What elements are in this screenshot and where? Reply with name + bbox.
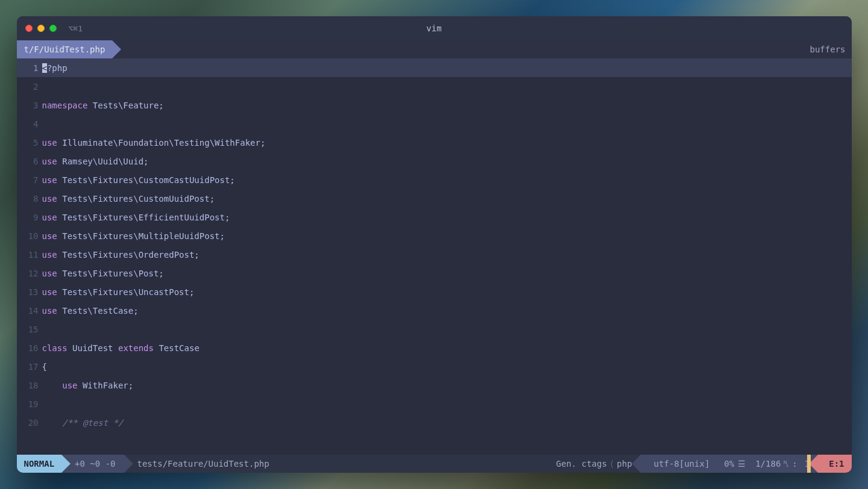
line-number: 13	[17, 287, 42, 297]
code-text: use WithFaker;	[42, 381, 134, 390]
mode-indicator: NORMAL	[17, 455, 62, 473]
code-line[interactable]: 10use Tests\Fixtures\MultipleUuidPost;	[17, 226, 852, 245]
position-section: 0% ☰ 1/186 ␤ : 1	[718, 455, 818, 473]
line-number: 11	[17, 250, 42, 260]
position-text: 1/186	[755, 459, 781, 469]
code-text: {	[42, 362, 47, 372]
line-number: 15	[17, 325, 42, 334]
filetype-text: php	[617, 459, 632, 469]
lines-icon: ☰	[738, 459, 746, 469]
code-line[interactable]: 1<?php	[17, 58, 852, 77]
line-number: 18	[17, 381, 42, 390]
statusline-right: Gen. ctags ⟨ php utf-8[unix] 0% ☰ 1/186 …	[548, 455, 852, 473]
ctags-text: Gen. ctags	[556, 459, 607, 469]
code-line[interactable]: 11use Tests\Fixtures\OrderedPost;	[17, 245, 852, 264]
code-line[interactable]: 4	[17, 114, 852, 133]
error-text: E:1	[829, 459, 844, 469]
code-text: use Tests\Fixtures\CustomCastUuidPost;	[42, 175, 235, 185]
traffic-lights	[25, 25, 57, 32]
code-line[interactable]: 6use Ramsey\Uuid\Uuid;	[17, 152, 852, 170]
code-text: use Tests\Fixtures\UncastPost;	[42, 287, 195, 297]
mode-text: NORMAL	[24, 459, 55, 469]
code-text: use Ramsey\Uuid\Uuid;	[42, 157, 149, 166]
hotkey-label: ⌥⌘1	[69, 24, 83, 33]
code-text: use Tests\Fixtures\MultipleUuidPost;	[42, 231, 225, 241]
code-text: use Tests\Fixtures\EfficientUuidPost;	[42, 213, 230, 222]
file-path: tests/Feature/UuidTest.php	[124, 455, 278, 473]
divider-icon: ⟨	[607, 459, 617, 469]
code-text: /** @test */	[42, 418, 124, 428]
col-sep: :	[792, 459, 797, 469]
line-number: 10	[17, 231, 42, 241]
ln-icon: ␤	[783, 459, 790, 469]
ctags-status: Gen. ctags ⟨ php	[548, 455, 641, 473]
code-line[interactable]: 2	[17, 77, 852, 96]
maximize-icon[interactable]	[49, 25, 57, 32]
statusline: NORMAL +0 ~0 -0 tests/Feature/UuidTest.p…	[17, 455, 852, 473]
warn-stripe	[807, 455, 811, 473]
code-line[interactable]: 12use Tests\Fixtures\Post;	[17, 264, 852, 282]
editor-viewport[interactable]: 1<?php23namespace Tests\Feature;45use Il…	[17, 58, 852, 455]
line-number: 12	[17, 269, 42, 278]
terminal-window: ⌥⌘1 vim t/F/UuidTest.php buffers 1<?php2…	[17, 16, 852, 473]
line-number: 19	[17, 399, 42, 409]
file-path-text: tests/Feature/UuidTest.php	[137, 459, 269, 469]
code-text: use Tests\Fixtures\OrderedPost;	[42, 250, 200, 260]
line-number: 2	[17, 82, 42, 92]
tabline: t/F/UuidTest.php buffers	[17, 40, 852, 58]
code-line[interactable]: 7use Tests\Fixtures\CustomCastUuidPost;	[17, 170, 852, 189]
code-text: use Tests\Fixtures\Post;	[42, 269, 164, 278]
percent-text: 0%	[724, 459, 734, 469]
code-line[interactable]: 13use Tests\Fixtures\UncastPost;	[17, 282, 852, 301]
tabline-buffers[interactable]: buffers	[810, 40, 851, 58]
code-line[interactable]: 20 /** @test */	[17, 413, 852, 432]
line-number: 6	[17, 157, 42, 166]
line-number: 16	[17, 343, 42, 353]
line-number: 9	[17, 213, 42, 222]
line-number: 4	[17, 119, 42, 129]
line-number: 1	[17, 63, 42, 73]
line-number: 20	[17, 418, 42, 428]
line-number: 17	[17, 362, 42, 372]
code-text: class UuidTest extends TestCase	[42, 343, 200, 353]
line-number: 8	[17, 194, 42, 204]
code-line[interactable]: 9use Tests\Fixtures\EfficientUuidPost;	[17, 208, 852, 226]
minimize-icon[interactable]	[37, 25, 45, 32]
line-number: 14	[17, 306, 42, 316]
titlebar: ⌥⌘1 vim	[17, 16, 852, 40]
code-line[interactable]: 18 use WithFaker;	[17, 376, 852, 394]
code-line[interactable]: 3namespace Tests\Feature;	[17, 96, 852, 114]
code-line[interactable]: 17{	[17, 357, 852, 376]
code-text: use Illuminate\Foundation\Testing\WithFa…	[42, 138, 266, 148]
code-text: use Tests\TestCase;	[42, 306, 139, 316]
git-text: +0 ~0 -0	[75, 459, 115, 469]
code-line[interactable]: 5use Illuminate\Foundation\Testing\WithF…	[17, 133, 852, 152]
error-badge[interactable]: E:1	[818, 455, 851, 473]
code-text: namespace Tests\Feature;	[42, 101, 164, 110]
line-number: 5	[17, 138, 42, 148]
code-line[interactable]: 15	[17, 320, 852, 338]
encoding-section: utf-8[unix]	[641, 455, 719, 473]
window-title: vim	[426, 23, 441, 33]
git-status: +0 ~0 -0	[61, 455, 124, 473]
code-line[interactable]: 19	[17, 394, 852, 413]
code-text: <?php	[42, 63, 68, 73]
line-number: 7	[17, 175, 42, 185]
buffers-label: buffers	[810, 45, 845, 54]
encoding-text: utf-8[unix]	[654, 459, 710, 469]
code-line[interactable]: 14use Tests\TestCase;	[17, 301, 852, 320]
code-line[interactable]: 8use Tests\Fixtures\CustomUuidPost;	[17, 189, 852, 208]
code-line[interactable]: 16class UuidTest extends TestCase	[17, 338, 852, 357]
tab-label: t/F/UuidTest.php	[24, 45, 105, 54]
close-icon[interactable]	[25, 25, 33, 32]
line-number: 3	[17, 101, 42, 110]
tab-active[interactable]: t/F/UuidTest.php	[17, 40, 113, 58]
code-text: use Tests\Fixtures\CustomUuidPost;	[42, 194, 215, 204]
